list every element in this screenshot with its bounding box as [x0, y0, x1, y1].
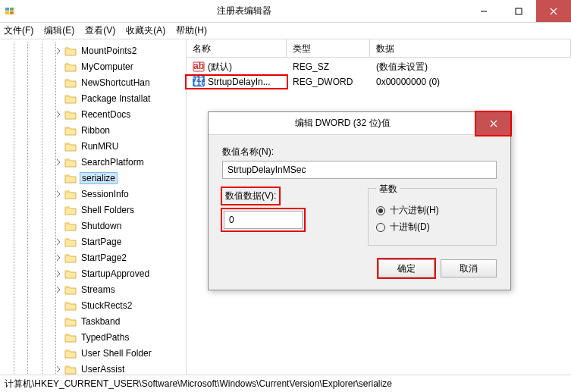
- value-name: (默认): [208, 61, 232, 74]
- menubar: 文件(F) 编辑(E) 查看(V) 收藏夹(A) 帮助(H): [0, 23, 571, 39]
- header-data[interactable]: 数据: [370, 39, 571, 57]
- folder-icon: [64, 237, 77, 247]
- tree-item-label: RecentDocs: [80, 109, 131, 120]
- list-row[interactable]: 011110StrtupDelayIn...REG_DWORD0x0000000…: [187, 74, 571, 89]
- tree-item-label: SearchPlatform: [80, 157, 145, 168]
- dword-value-icon: 011110: [193, 76, 205, 88]
- dialog-close-button[interactable]: [476, 112, 510, 135]
- window-titlebar: 注册表编辑器: [0, 0, 571, 23]
- folder-icon: [64, 364, 77, 375]
- tree-item-label: MountPoints2: [80, 45, 137, 56]
- folder-icon: [64, 93, 77, 104]
- value-data-input[interactable]: [224, 211, 303, 229]
- dialog-body: 数值名称(N): 数值数据(V): 基数 十六进制(H): [209, 135, 510, 290]
- dialog-title: 编辑 DWORD (32 位)值: [209, 117, 476, 130]
- menu-file[interactable]: 文件(F): [4, 24, 33, 37]
- tree-item-label: Streams: [80, 284, 116, 295]
- window-title: 注册表编辑器: [21, 5, 466, 17]
- tree-item-label: User Shell Folder: [80, 348, 152, 359]
- value-name-label: 数值名称(N):: [222, 146, 497, 158]
- maximize-button[interactable]: [501, 0, 536, 22]
- radio-hex-label: 十六进制(H): [390, 204, 439, 217]
- cancel-button[interactable]: 取消: [441, 259, 497, 278]
- list-header: 名称 类型 数据: [187, 39, 571, 58]
- registry-tree[interactable]: MountPoints2MyComputerNewShortcutHanPack…: [0, 39, 187, 375]
- tree-item-label: serialize: [80, 173, 117, 183]
- folder-icon: [64, 332, 77, 343]
- tree-item-label: RunMRU: [80, 141, 119, 152]
- value-name-input[interactable]: [222, 161, 497, 179]
- folder-icon: [64, 173, 77, 183]
- folder-icon: [64, 189, 77, 199]
- tree-item-label: StartPage2: [80, 252, 127, 263]
- tree-item-label: StartPage: [80, 237, 122, 247]
- folder-icon: [64, 141, 77, 152]
- string-value-icon: ab: [193, 61, 205, 73]
- value-type: REG_SZ: [287, 61, 370, 72]
- tree-item-label: SessionInfo: [80, 189, 130, 199]
- value-data-label: 数值数据(V):: [222, 188, 279, 204]
- folder-icon: [64, 221, 77, 231]
- dialog-titlebar: 编辑 DWORD (32 位)值: [209, 112, 510, 135]
- folder-icon: [64, 284, 77, 295]
- menu-view[interactable]: 查看(V): [85, 24, 115, 37]
- content-area: MountPoints2MyComputerNewShortcutHanPack…: [0, 39, 571, 375]
- svg-rect-0: [5, 8, 9, 11]
- header-name[interactable]: 名称: [187, 39, 287, 57]
- radio-dec-label: 十进制(D): [390, 221, 430, 234]
- radio-dec[interactable]: 十进制(D): [376, 221, 488, 234]
- folder-icon: [64, 125, 77, 136]
- value-type: REG_DWORD: [287, 77, 370, 87]
- svg-rect-1: [10, 8, 14, 11]
- tree-item-label: NewShortcutHan: [80, 77, 151, 88]
- folder-icon: [64, 77, 77, 88]
- tree-item-label: TypedPaths: [80, 332, 130, 343]
- folder-icon: [64, 61, 77, 72]
- list-row[interactable]: ab(默认)REG_SZ(数值未设置): [187, 59, 571, 74]
- svg-rect-2: [5, 11, 9, 14]
- folder-icon: [64, 300, 77, 311]
- tree-item-label: StuckRects2: [80, 300, 133, 311]
- svg-text:110: 110: [193, 77, 205, 88]
- minimize-button[interactable]: [466, 0, 501, 22]
- header-type[interactable]: 类型: [287, 39, 370, 57]
- tree-item-label: UserAssist: [80, 364, 125, 375]
- folder-icon: [64, 45, 77, 56]
- folder-icon: [64, 348, 77, 359]
- list-body: ab(默认)REG_SZ(数值未设置)011110StrtupDelayIn..…: [187, 58, 571, 91]
- app-icon: [5, 5, 17, 17]
- menu-favorites[interactable]: 收藏夹(A): [126, 24, 165, 37]
- base-fieldset: 基数 十六进制(H) 十进制(D): [368, 188, 497, 246]
- tree-item-label: Shutdown: [80, 221, 122, 231]
- folder-icon: [64, 252, 77, 263]
- radio-hex-icon: [376, 206, 385, 215]
- tree-item-label: StartupApproved: [80, 268, 150, 279]
- base-legend: 基数: [376, 183, 400, 196]
- value-data: 0x00000000 (0): [370, 77, 571, 87]
- statusbar: 计算机\HKEY_CURRENT_USER\Software\Microsoft…: [0, 375, 571, 391]
- folder-icon: [64, 157, 77, 168]
- menu-edit[interactable]: 编辑(E): [44, 24, 74, 37]
- svg-rect-3: [10, 11, 14, 14]
- tree-item-label: Taskband: [80, 316, 121, 327]
- svg-text:ab: ab: [193, 61, 204, 71]
- folder-icon: [64, 268, 77, 279]
- svg-rect-5: [516, 8, 522, 14]
- tree-item-label: MyComputer: [80, 61, 134, 72]
- radio-hex[interactable]: 十六进制(H): [376, 204, 488, 217]
- value-data: (数值未设置): [370, 61, 571, 74]
- radio-dec-icon: [376, 223, 385, 232]
- ok-button[interactable]: 确定: [378, 259, 435, 278]
- menu-help[interactable]: 帮助(H): [176, 24, 207, 37]
- value-name: StrtupDelayIn...: [208, 77, 271, 87]
- edit-dword-dialog: 编辑 DWORD (32 位)值 数值名称(N): 数值数据(V): 基数: [208, 111, 511, 290]
- folder-icon: [64, 316, 77, 327]
- tree-item-label: Ribbon: [80, 125, 111, 136]
- folder-icon: [64, 109, 77, 120]
- tree-item-label: Shell Folders: [80, 205, 135, 215]
- close-button[interactable]: [536, 0, 571, 22]
- tree-item-label: Package Installat: [80, 93, 151, 104]
- folder-icon: [64, 205, 77, 215]
- value-list-pane: 名称 类型 数据 ab(默认)REG_SZ(数值未设置)011110Strtup…: [187, 39, 571, 375]
- window-buttons: [466, 0, 571, 22]
